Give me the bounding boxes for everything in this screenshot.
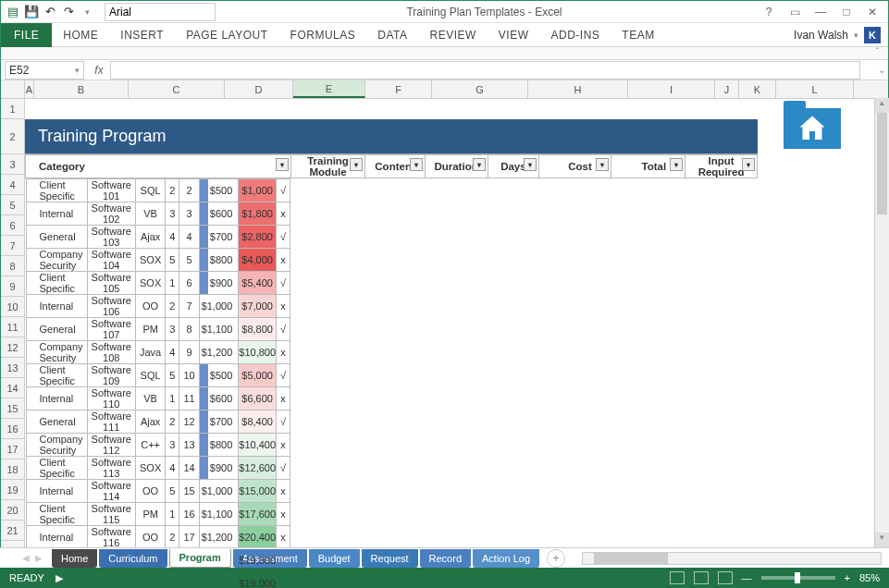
undo-icon[interactable]: ↶ xyxy=(42,4,58,20)
cell-module[interactable]: Software 106 xyxy=(87,295,135,318)
cell-cost[interactable]: $500 xyxy=(199,179,239,202)
sheet-tab-record[interactable]: Record xyxy=(420,549,471,568)
cell-input-required[interactable]: √ xyxy=(277,318,290,341)
sheet-tab-budget[interactable]: Budget xyxy=(309,549,360,568)
cell-total[interactable]: $20,400 xyxy=(239,526,277,549)
col-G[interactable]: G xyxy=(432,80,528,98)
view-normal-icon[interactable] xyxy=(670,571,685,584)
cell-total[interactable]: $5,400 xyxy=(239,272,277,295)
tab-home[interactable]: HOME xyxy=(52,23,109,47)
cell-duration[interactable]: 4 xyxy=(166,226,179,249)
tab-data[interactable]: DATA xyxy=(366,23,418,47)
cell-duration[interactable]: 3 xyxy=(166,318,179,341)
filter-icon[interactable]: ▾ xyxy=(276,158,289,171)
cell-duration[interactable]: 5 xyxy=(166,480,179,503)
cell-duration[interactable]: 5 xyxy=(166,249,179,272)
cell-total[interactable]: $15,000 xyxy=(239,480,277,503)
cell-content[interactable]: VB xyxy=(136,202,166,226)
filter-icon[interactable]: ▾ xyxy=(473,158,486,171)
cell-duration[interactable]: 3 xyxy=(166,202,179,226)
cell-content[interactable]: SOX xyxy=(136,457,166,480)
cell-category[interactable]: Internal xyxy=(26,202,87,226)
cell-days[interactable]: 16 xyxy=(179,503,199,526)
cell-cost[interactable]: $800 xyxy=(199,249,239,272)
cell-total[interactable]: $10,800 xyxy=(239,341,277,364)
cell-input-required[interactable]: x xyxy=(277,341,290,364)
cell-module[interactable]: Software 113 xyxy=(87,457,135,480)
cell-duration[interactable]: 5 xyxy=(166,364,179,387)
cell-days[interactable]: 3 xyxy=(179,202,199,226)
cell-content[interactable]: Java xyxy=(136,341,166,364)
cell-duration[interactable]: 3 xyxy=(166,434,179,457)
cell-input-required[interactable]: √ xyxy=(277,226,290,249)
cell-duration[interactable]: 2 xyxy=(166,179,179,202)
sheet-tab-program[interactable]: Program xyxy=(169,549,231,568)
col-header-input[interactable]: Input Required▾ xyxy=(685,155,758,178)
cell-duration[interactable]: 1 xyxy=(166,503,179,526)
row-header[interactable]: 1 xyxy=(1,99,24,119)
col-L[interactable]: L xyxy=(776,80,854,98)
col-B[interactable]: B xyxy=(34,80,129,98)
cell-content[interactable]: Ajax xyxy=(136,410,166,434)
cell-cost[interactable]: $500 xyxy=(199,364,239,387)
cell-content[interactable]: PM xyxy=(136,503,166,526)
minimize-icon[interactable]: — xyxy=(812,6,829,18)
cell-category[interactable]: General xyxy=(26,226,87,249)
cell-module[interactable]: Software 111 xyxy=(87,410,135,434)
cell-content[interactable]: SQL xyxy=(136,364,166,387)
filter-icon[interactable]: ▾ xyxy=(410,158,423,171)
macro-record-icon[interactable]: ▶ xyxy=(56,572,63,584)
cell-days[interactable]: 8 xyxy=(179,318,199,341)
zoom-out-icon[interactable]: — xyxy=(742,572,752,583)
cell-module[interactable]: Software 112 xyxy=(87,434,135,457)
row-header[interactable]: 18 xyxy=(1,459,24,480)
col-D[interactable]: D xyxy=(225,80,293,98)
row-header[interactable]: 8 xyxy=(1,256,24,276)
cell-total[interactable]: $2,800 xyxy=(239,226,277,249)
cell-cost[interactable]: $600 xyxy=(199,202,239,226)
filter-icon[interactable]: ▾ xyxy=(596,158,609,171)
cell-category[interactable]: Client Specific xyxy=(26,364,87,387)
cell-cost[interactable]: $1,100 xyxy=(199,318,239,341)
row-header[interactable]: 20 xyxy=(1,500,24,521)
col-I[interactable]: I xyxy=(628,80,715,98)
cell-duration[interactable]: 4 xyxy=(166,457,179,480)
cell-category[interactable]: Client Specific xyxy=(26,503,87,526)
cell-duration[interactable]: 4 xyxy=(166,341,179,364)
tab-team[interactable]: TEAM xyxy=(611,23,665,47)
cell-category[interactable]: Company Security xyxy=(26,434,87,457)
cell-cost[interactable]: $800 xyxy=(199,434,239,457)
cell-total[interactable]: $8,400 xyxy=(239,410,277,434)
cell-cost[interactable]: $900 xyxy=(199,272,239,295)
cell-days[interactable]: 10 xyxy=(179,364,199,387)
tab-formulas[interactable]: FORMULAS xyxy=(279,23,367,47)
cell-input-required[interactable]: x xyxy=(277,387,290,410)
zoom-in-icon[interactable]: + xyxy=(845,572,850,583)
sheet-tab-home[interactable]: Home xyxy=(52,549,97,568)
row-header[interactable]: 13 xyxy=(1,358,24,378)
cell-category[interactable]: General xyxy=(26,318,87,341)
cell-total[interactable]: $8,800 xyxy=(239,318,277,341)
horizontal-scrollbar[interactable] xyxy=(582,552,882,565)
row-header[interactable]: 7 xyxy=(1,236,24,256)
view-pagelayout-icon[interactable] xyxy=(694,571,709,584)
font-select[interactable] xyxy=(105,3,216,21)
cell-input-required[interactable]: x xyxy=(277,295,290,318)
redo-icon[interactable]: ↷ xyxy=(60,4,77,20)
col-header-duration[interactable]: Duration▾ xyxy=(425,155,488,178)
cell-content[interactable]: Ajax xyxy=(136,226,166,249)
cell-module[interactable]: Software 114 xyxy=(87,480,135,503)
cell-total[interactable]: $4,000 xyxy=(239,249,277,272)
col-A[interactable]: A xyxy=(25,80,34,98)
col-H[interactable]: H xyxy=(528,80,628,98)
cell-days[interactable]: 14 xyxy=(179,457,199,480)
cell-content[interactable]: C++ xyxy=(136,434,166,457)
cell-input-required[interactable]: x xyxy=(277,480,290,503)
filter-icon[interactable]: ▾ xyxy=(742,158,755,171)
row-header[interactable]: 3 xyxy=(1,154,24,175)
scroll-up-icon[interactable]: ▴ xyxy=(875,98,889,113)
formula-input[interactable] xyxy=(110,61,860,80)
cell-cost[interactable]: $700 xyxy=(199,410,239,434)
cell-days[interactable]: 13 xyxy=(179,434,199,457)
cell-input-required[interactable]: x xyxy=(277,434,290,457)
